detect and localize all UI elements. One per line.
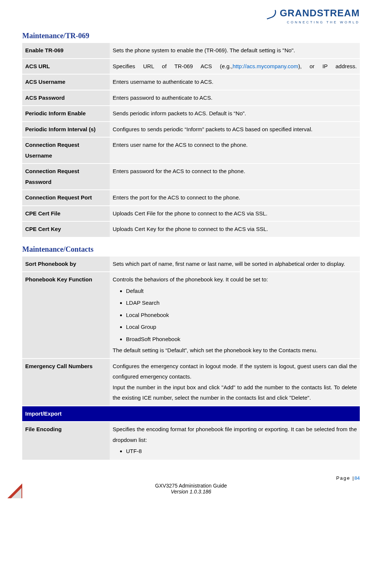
setting-desc: Configures to sends periodic “Inform” pa… — [110, 122, 360, 138]
setting-desc: Configures the emergency contact in logo… — [110, 359, 360, 406]
list-item: LDAP Search — [126, 297, 357, 309]
list-item: Local Phonebook — [126, 309, 357, 321]
setting-label: Connection Request Port — [22, 190, 110, 206]
table-row: CPE Cert File Uploads Cert File for the … — [22, 206, 360, 222]
setting-label: Periodic Inform Enable — [22, 106, 110, 122]
setting-label: Connection Request Username — [22, 137, 110, 163]
setting-label: CPE Cert Key — [22, 221, 110, 237]
acs-url-link[interactable]: http://acs.mycompany.com — [233, 63, 298, 69]
brand-tagline: CONNECTING THE WORLD — [22, 20, 360, 24]
setting-label: Periodic Inform Interval (s) — [22, 122, 110, 138]
setting-label: ACS Username — [22, 74, 110, 90]
import-export-header: Import/Export — [22, 406, 360, 422]
brand-name: GRANDSTREAM — [280, 7, 360, 19]
setting-desc: Sends periodic inform packets to ACS. De… — [110, 106, 360, 122]
setting-label: CPE Cert File — [22, 206, 110, 222]
setting-label: Sort Phonebook by — [22, 257, 110, 272]
setting-desc: Sets the phone system to enable the (TR-… — [110, 43, 360, 59]
table-row: Emergency Call Numbers Configures the em… — [22, 359, 360, 406]
setting-desc: Uploads Cert Key for the phone to connec… — [110, 221, 360, 237]
list-item: Local Group — [126, 321, 357, 333]
phonebook-key-options: Default LDAP Search Local Phonebook Loca… — [113, 285, 357, 346]
section-title-tr069: Maintenance/TR-069 — [22, 32, 360, 40]
table-row: Connection Request Port Enters the port … — [22, 190, 360, 206]
table-row: ACS Password Enters password to authenti… — [22, 90, 360, 106]
table-row: Periodic Inform Interval (s) Configures … — [22, 122, 360, 138]
list-item: BroadSoft Phonebook — [126, 333, 357, 346]
table-row: Enable TR-069 Sets the phone system to e… — [22, 43, 360, 59]
table-row: Sort Phonebook by Sets which part of nam… — [22, 257, 360, 272]
table-row: CPE Cert Key Uploads Cert Key for the ph… — [22, 221, 360, 237]
setting-label: Emergency Call Numbers — [22, 359, 110, 406]
list-item: UTF-8 — [126, 445, 357, 457]
setting-label: Phonebook Key Function — [22, 272, 110, 359]
setting-label: Enable TR-069 — [22, 43, 110, 59]
header-logo: GRANDSTREAM CONNECTING THE WORLD — [22, 7, 360, 24]
table-row: ACS Username Enters username to authenti… — [22, 74, 360, 90]
table-row: Connection Request Password Enters passw… — [22, 163, 360, 190]
contacts-table: Sort Phonebook by Sets which part of nam… — [22, 257, 360, 460]
file-encoding-options: UTF-8 — [113, 445, 357, 457]
setting-desc: Uploads Cert File for the phone to conne… — [110, 206, 360, 222]
tr069-table: Enable TR-069 Sets the phone system to e… — [22, 43, 360, 238]
list-item: Default — [126, 285, 357, 297]
table-row: Connection Request Username Enters user … — [22, 137, 360, 163]
table-row: Phonebook Key Function Controls the beha… — [22, 272, 360, 359]
setting-desc: Sets which part of name, first name or l… — [110, 257, 360, 272]
grandstream-swoosh-icon — [266, 9, 277, 20]
table-row: File Encoding Specifies the encoding for… — [22, 422, 360, 460]
setting-label: File Encoding — [22, 422, 110, 460]
setting-label: ACS URL — [22, 59, 110, 75]
setting-desc: Enters the port for the ACS to connect t… — [110, 190, 360, 206]
setting-desc: Enters username to authenticate to ACS. — [110, 74, 360, 90]
setting-desc: Enters password to authenticate to ACS. — [110, 90, 360, 106]
setting-label: Connection Request Password — [22, 163, 110, 190]
footer-guide-title: GXV3275 Administration Guide — [22, 483, 360, 489]
table-row: ACS URL Specifies URL of TR-069 ACS (e.g… — [22, 59, 360, 75]
setting-desc: Specifies URL of TR-069 ACS (e.g.,http:/… — [110, 59, 360, 75]
footer-version: Version 1.0.3.186 — [22, 489, 360, 495]
setting-desc: Controls the behaviors of the phonebook … — [110, 272, 360, 359]
table-row: Periodic Inform Enable Sends periodic in… — [22, 106, 360, 122]
setting-desc: Specifies the encoding format for phoneb… — [110, 422, 360, 460]
setting-label: ACS Password — [22, 90, 110, 106]
setting-desc: Enters user name for the ACS to connect … — [110, 137, 360, 163]
page-number: Page |84 — [336, 475, 360, 481]
section-title-contacts: Maintenance/Contacts — [22, 245, 360, 254]
setting-desc: Enters password for the ACS to connect t… — [110, 163, 360, 190]
page-footer: Page |84 GXV3275 Administration Guide Ve… — [22, 483, 360, 495]
table-section-header: Import/Export — [22, 406, 360, 422]
